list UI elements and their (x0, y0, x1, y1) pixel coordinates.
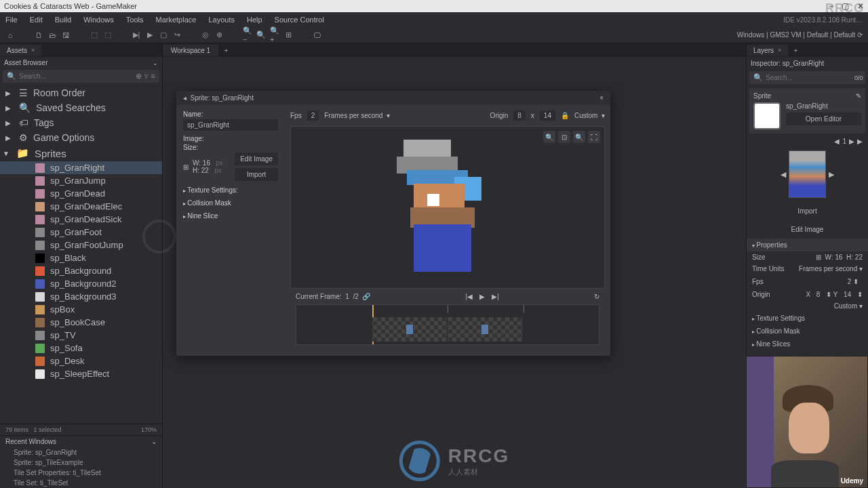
menu-icon[interactable]: ≡ (151, 72, 155, 81)
add-tab-button[interactable]: + (788, 44, 803, 56)
add-workspace-button[interactable]: + (218, 44, 233, 56)
properties-header[interactable]: Properties (747, 239, 868, 251)
texture-settings-header[interactable]: Texture Settings (747, 312, 868, 325)
timeline[interactable] (296, 304, 599, 345)
last-frame-icon[interactable]: ▶ (857, 138, 863, 145)
prev-icon[interactable]: ◀ (781, 170, 786, 179)
tree-room-order[interactable]: ▶☰ Room Order (0, 85, 162, 100)
sprite-item-sp_BookCase[interactable]: sp_BookCase (0, 316, 162, 329)
sprite-item-sp_GranJump[interactable]: sp_GranJump (0, 174, 162, 187)
sprite-item-sp_Background[interactable]: sp_Background (0, 264, 162, 277)
chevron-down-icon[interactable]: ⌄ (153, 60, 158, 66)
sprite-item-sp_Desk[interactable]: sp_Desk (0, 354, 162, 367)
sprite-item-sp_GranRight[interactable]: sp_GranRight (0, 161, 162, 174)
menu-file[interactable]: File (5, 16, 18, 24)
collision-mask-header[interactable]: Collision Mask (747, 325, 868, 338)
origin-y-field[interactable]: 14 (840, 289, 855, 300)
zoom-in-icon[interactable]: 🔍+ (270, 30, 279, 40)
stop-icon[interactable]: ▶| (132, 30, 141, 40)
sprite-item-sp_Black[interactable]: sp_Black (0, 251, 162, 264)
origin-x-field[interactable]: 8 (812, 289, 825, 300)
menu-windows[interactable]: Windows (83, 16, 114, 24)
fps-unit-dropdown[interactable]: Frames per second ▾ (324, 112, 390, 119)
layers-tab[interactable]: Layers × (747, 45, 788, 56)
zoom-out-icon[interactable]: 🔍− (243, 30, 252, 40)
menu-source[interactable]: Source Control (275, 16, 324, 24)
edit-icon[interactable]: ✎ (856, 92, 861, 100)
sprite-item-sp_TV[interactable]: sp_TV (0, 329, 162, 342)
menu-help[interactable]: Help (247, 16, 262, 24)
origin-x-field[interactable]: 8 (513, 110, 526, 121)
collapse-icon[interactable]: ◂ (183, 94, 186, 102)
nine-slice-section[interactable]: Nine Slice (183, 209, 278, 222)
sprite-item-sp_SleepEffect[interactable]: sp_SleepEffect (0, 367, 162, 380)
prev-frame-icon[interactable]: |◀ (466, 293, 473, 300)
import-button[interactable]: Import (235, 168, 278, 181)
maximize-icon[interactable]: ▢ (842, 1, 849, 11)
debug-play-icon[interactable]: ▢ (159, 30, 168, 40)
play-icon[interactable]: ▶ (145, 30, 155, 40)
sprite-item-sp_Background3[interactable]: sp_Background3 (0, 290, 162, 303)
fps-field[interactable]: 2 ⬍ (844, 277, 863, 287)
recent-item[interactable]: Sprite: sp_TileExample (0, 458, 162, 468)
lock-icon[interactable]: 🔒 (561, 112, 569, 119)
tree-tags[interactable]: ▶🏷 Tags (0, 115, 162, 130)
edit-image-button[interactable]: Edit Image (752, 223, 863, 236)
clean-icon[interactable]: ↪ (172, 30, 182, 40)
next-icon[interactable]: ▶ (829, 170, 834, 179)
sprite-item-sp_GranDeadElec[interactable]: sp_GranDeadElec (0, 200, 162, 213)
tree-saved-searches[interactable]: ▶🔍 Saved Searches (0, 100, 162, 115)
add-icon[interactable]: ⊕ (136, 72, 142, 81)
asset-browser-header[interactable]: Asset Browser ⌄ (0, 57, 162, 68)
sprite-item-sp_Background2[interactable]: sp_Background2 (0, 277, 162, 290)
recent-item[interactable]: Sprite: sp_GranRight (0, 447, 162, 458)
zoom-reset-icon[interactable]: 🔍 (256, 30, 266, 40)
debug-icon[interactable]: ⬚ (90, 30, 99, 40)
sprite-item-sp_GranFoot[interactable]: sp_GranFoot (0, 226, 162, 239)
menu-edit[interactable]: Edit (30, 16, 43, 24)
import-button[interactable]: Import (752, 205, 863, 218)
current-frame-field[interactable]: 1 (345, 293, 349, 300)
collision-mask-section[interactable]: Collision Mask (183, 197, 278, 209)
menu-layouts[interactable]: Layouts (208, 16, 235, 24)
next-frame-icon[interactable]: ▶| (492, 293, 499, 300)
sprite-thumbnail[interactable] (753, 102, 781, 129)
close-icon[interactable]: ✕ (857, 1, 864, 11)
first-frame-icon[interactable]: ◀ (834, 138, 840, 145)
workspace-tab[interactable]: Workspace 1 (163, 45, 218, 56)
resize-icon[interactable]: ⊞ (816, 253, 821, 261)
sprite-canvas[interactable]: 🔍 ⊡ 🔍 ⛶ (290, 126, 605, 289)
close-icon[interactable]: × (778, 47, 781, 54)
chevron-down-icon[interactable]: ⌄ (151, 438, 157, 445)
laptop-icon[interactable]: 🖵 (312, 30, 321, 40)
tree-game-options[interactable]: ▶⚙ Game Options (0, 130, 162, 145)
recent-item[interactable]: Tile Set Properties: ti_TileSet (0, 468, 162, 478)
dock-icon[interactable]: ⊞ (283, 30, 293, 40)
web-icon[interactable]: ⊕ (214, 30, 224, 40)
menu-tools[interactable]: Tools (126, 16, 144, 24)
asset-search-input[interactable] (19, 73, 133, 80)
sprite-item-sp_GranDeadSick[interactable]: sp_GranDeadSick (0, 213, 162, 226)
sprite-item-sp_GranFootJump[interactable]: sp_GranFootJump (0, 239, 162, 251)
nine-slices-header[interactable]: Nine Slices (747, 338, 868, 350)
recent-item[interactable]: Tile Set: ti_TileSet (0, 478, 162, 488)
sprite-item-sp_Sofa[interactable]: sp_Sofa (0, 342, 162, 354)
frame-preview[interactable]: ◀ ▶ (747, 146, 868, 202)
link-icon[interactable]: 🔗 (362, 293, 370, 300)
target-icon[interactable]: ◎ (201, 30, 210, 40)
tree-sprites-folder[interactable]: ▼📁 Sprites (0, 145, 162, 161)
origin-mode-dropdown[interactable]: Custom ▾ (574, 112, 605, 119)
zoom-fit-icon[interactable]: ⊡ (558, 131, 570, 143)
open-editor-button[interactable]: Open Editor (786, 113, 861, 125)
close-icon[interactable]: × (31, 47, 35, 54)
sprite-name-field[interactable]: sp_GranRight (183, 119, 278, 131)
texture-settings-section[interactable]: Texture Settings: (183, 184, 278, 197)
fullscreen-icon[interactable]: ⛶ (588, 131, 600, 143)
home-icon[interactable]: ⌂ (5, 30, 15, 40)
close-icon[interactable]: × (599, 94, 604, 102)
open-icon[interactable]: 🗁 (47, 30, 57, 40)
play-icon[interactable]: ▶ (479, 293, 485, 300)
runtime-target[interactable]: Windows | GMS2 VM | Default | Default ⟳ (737, 31, 863, 39)
origin-y-field[interactable]: 14 (540, 110, 555, 121)
new-icon[interactable]: 🗋 (34, 30, 43, 40)
